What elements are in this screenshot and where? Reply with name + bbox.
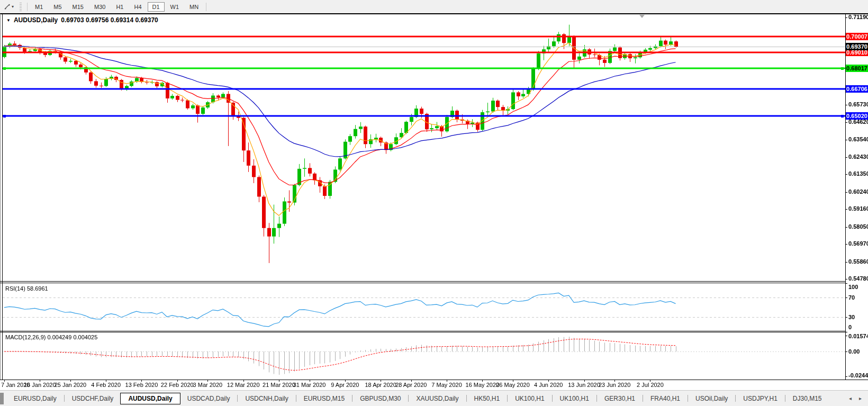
rsi-tick-label: 70	[848, 294, 855, 301]
pencil-line-icon	[4, 3, 11, 10]
chart-top-border	[0, 13, 868, 14]
hline-price-label[interactable]: 0.68017	[846, 65, 868, 72]
tab-separator	[596, 395, 597, 402]
timeframe-button-m5[interactable]: M5	[49, 2, 66, 12]
tab-separator	[688, 395, 688, 402]
price-tick-label: 0.62430	[848, 154, 868, 160]
macd-tick-mark	[845, 351, 847, 352]
price-tick-label: 0.55860	[848, 258, 868, 265]
hline-price-label[interactable]: 0.66706	[846, 85, 868, 93]
rsi-tick-label: 100	[848, 284, 858, 290]
main-chart-canvas[interactable]	[3, 15, 845, 281]
date-tick-label: 13 Jun 2020	[568, 382, 600, 388]
price-tick-label: 0.56970	[848, 240, 868, 247]
date-tick-label: 23 Jun 2020	[599, 382, 631, 388]
date-tick-label: 16 May 2020	[466, 382, 500, 388]
date-tick-label: 13 Feb 2020	[125, 382, 158, 388]
tab-separator	[735, 395, 736, 402]
line-selection-handle[interactable]	[841, 67, 844, 70]
tab-separator	[296, 395, 296, 402]
date-tick-label: 25 Jan 2020	[55, 382, 87, 388]
line-selection-handle[interactable]	[3, 67, 6, 70]
chart-shift-marker-icon[interactable]	[639, 15, 645, 18]
chart-tab-usdcad-daily[interactable]: USDCAD,Daily	[180, 393, 237, 404]
chart-tab-ger30-h1[interactable]: GER30,H1	[598, 393, 642, 404]
chart-tab-usdjpy-h1[interactable]: USDJPY,H1	[736, 393, 784, 404]
chart-tab-usdchf-daily[interactable]: USDCHF,Daily	[65, 393, 121, 404]
mt4-terminal: ▾ M1M5M15M30H1H4D1W1MN ▼ AUDUSD,Daily 0.…	[0, 0, 868, 406]
price-tick-mark	[845, 279, 847, 279]
price-tick-label: 0.58050	[848, 223, 868, 230]
price-tick-label: 0.61350	[848, 170, 868, 177]
price-tick-mark	[845, 122, 847, 123]
hline-price-label[interactable]: 0.65020	[846, 112, 868, 120]
chart-tab-uk100-h1[interactable]: UK100,H1	[508, 393, 551, 404]
toolbar-grip[interactable]	[20, 3, 22, 11]
price-tick-mark	[845, 192, 847, 193]
date-tick-label: 9 Apr 2020	[331, 382, 359, 388]
rsi-macd-separator[interactable]	[0, 331, 845, 331]
draw-tool-button[interactable]: ▾	[2, 2, 15, 11]
timeframe-button-h1[interactable]: H1	[111, 2, 128, 12]
price-tick-label: 0.59160	[848, 205, 868, 212]
price-tick-mark	[845, 105, 847, 105]
chart-tab-dj30-m15[interactable]: DJ30,M15	[786, 393, 829, 404]
price-tick-mark	[845, 244, 847, 245]
timeframe-button-mn[interactable]: MN	[185, 2, 203, 12]
tab-separator	[466, 395, 467, 402]
main-rsi-separator[interactable]	[0, 281, 845, 282]
chart-tab-gbpusd-m30[interactable]: GBPUSD,M30	[353, 393, 408, 404]
macd-label: MACD(12,26,9) 0.004249 0.004025	[5, 334, 97, 340]
chart-tab-hk50-h1[interactable]: HK50,H1	[467, 393, 507, 404]
hline-price-label[interactable]: 0.70007	[846, 33, 868, 40]
macd-tick-mark	[845, 376, 847, 377]
date-tick-label: 26 May 2020	[496, 382, 530, 388]
timeframe-button-m1[interactable]: M1	[30, 2, 48, 12]
tabbar-corner-block	[0, 393, 4, 404]
toolbar-separator	[27, 3, 28, 11]
tabs-scroll-right-icon[interactable]: ▸	[859, 395, 862, 401]
price-tick-mark	[845, 157, 847, 158]
chart-tabs: EURUSD,DailyUSDCHF,DailyAUDUSD,DailyUSDC…	[7, 391, 829, 406]
chart-tab-eurusd-daily[interactable]: EURUSD,Daily	[7, 393, 64, 404]
price-tick-mark	[845, 174, 847, 175]
macd-bottom-border	[0, 380, 868, 380]
date-tick-label: 31 Mar 2020	[293, 382, 326, 388]
timeframe-button-m15[interactable]: M15	[68, 2, 88, 12]
tabs-scroll-left-icon[interactable]: ◂	[849, 395, 852, 401]
date-tick-label: 4 Jun 2020	[534, 382, 563, 388]
price-tick-label: 0.54780	[848, 275, 868, 282]
line-selection-handle[interactable]	[841, 115, 844, 118]
rsi-tick-mark	[845, 283, 847, 284]
chart-tab-xauusd-daily[interactable]: XAUUSD,Daily	[409, 393, 465, 404]
timeframe-button-w1[interactable]: W1	[166, 2, 184, 12]
date-tick-label: 16 Jan 2020	[24, 382, 56, 388]
dropdown-caret-icon[interactable]: ▾	[12, 4, 14, 9]
macd-panel-canvas[interactable]	[3, 332, 845, 380]
chart-tab-eurusd-m15[interactable]: EURUSD,M15	[297, 393, 351, 404]
chart-tab-fra40-h1[interactable]: FRA40,H1	[644, 393, 687, 404]
timeframe-button-m30[interactable]: M30	[89, 2, 110, 12]
chart-tab-audusd-daily[interactable]: AUDUSD,Daily	[120, 393, 180, 404]
tab-separator	[507, 395, 508, 402]
price-tick-mark	[845, 140, 847, 140]
price-tick-mark	[845, 227, 847, 228]
window-left-border	[0, 14, 1, 380]
rsi-label: RSI(14) 58.6961	[5, 285, 48, 292]
date-tick-label: 3 Mar 2020	[193, 382, 223, 388]
current-price-label[interactable]: 0.69370	[846, 43, 868, 50]
price-tick-mark	[845, 262, 847, 263]
line-selection-handle[interactable]	[3, 115, 6, 118]
rsi-tick-mark	[845, 297, 847, 298]
chart-tab-uk100-h1[interactable]: UK100,H1	[553, 393, 596, 404]
date-tick-label: 18 Apr 2020	[365, 382, 396, 388]
chart-tab-usoil-daily[interactable]: USOil,Daily	[689, 393, 735, 404]
chart-tab-usdcnh-daily[interactable]: USDCNH,Daily	[238, 393, 295, 404]
timeframe-button-d1[interactable]: D1	[148, 2, 165, 12]
tab-separator	[237, 395, 238, 402]
timeframe-buttons: M1M5M15M30H1H4D1W1MN	[30, 1, 204, 12]
date-tick-label: 21 Mar 2020	[263, 382, 295, 388]
price-tick-label: 0.60240	[848, 188, 868, 195]
rsi-panel-canvas[interactable]	[3, 283, 845, 331]
timeframe-button-h4[interactable]: H4	[129, 2, 146, 12]
